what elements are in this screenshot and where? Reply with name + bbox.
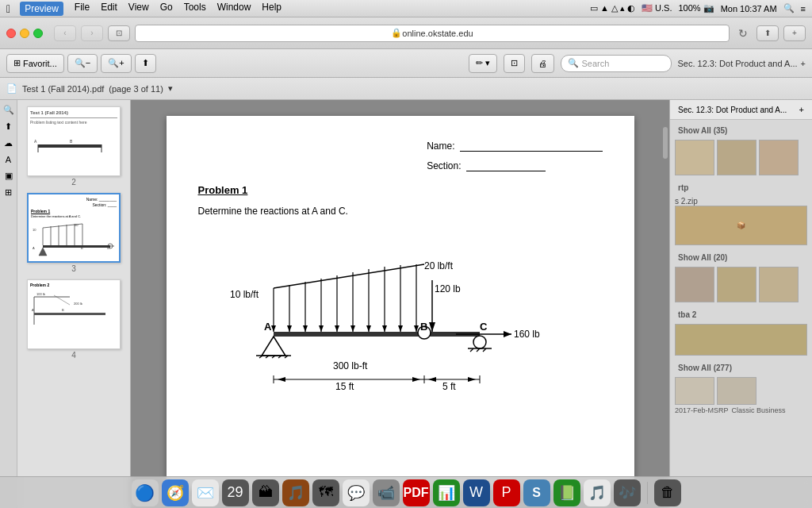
dock-excel[interactable]: 📊 [433,479,460,506]
dock-powerpoint[interactable]: P [493,479,520,506]
pdf-chevron-icon[interactable]: ▾ [168,83,173,94]
beam [274,332,480,337]
menu-extra[interactable]: ≡ [801,4,806,13]
right-panel-tab[interactable]: Sec. 12.3: Dot Product and A... + [670,100,812,120]
dock-finder[interactable]: 🔵 [132,479,159,506]
svg-marker-48 [398,325,403,332]
minimize-button[interactable] [20,29,29,38]
right-thumb-tba[interactable] [675,324,807,356]
right-section-title-2[interactable]: rtp [675,182,807,194]
favorites-button[interactable]: ⊞ Favorit... [6,54,64,73]
right-thumb-1c[interactable] [759,140,799,175]
dock-pdf[interactable]: PDF [403,479,430,506]
svg-text:10: 10 [33,228,36,232]
menu-right: ▭ ▲ △ ▴ ◐ 🇺🇸 U.S. 100% 📷 Mon 10:37 AM 🔍 … [590,3,806,13]
dock-music[interactable]: 🎵 [282,479,309,506]
add-tab-icon[interactable]: + [801,59,806,68]
search-box[interactable]: 🔍 Search [561,55,672,72]
name-label: Name: [427,140,454,152]
search-menu-icon[interactable]: 🔍 [783,3,795,13]
thumbnail-page-2[interactable]: Test 1 (Fall 2014) Problem listing text … [27,106,121,187]
sidebar-text-icon[interactable]: A [6,155,11,164]
address-bar[interactable]: 🔒 online.okstate.edu [135,25,730,42]
right-thumb-3c[interactable] [759,267,799,302]
dock-safari[interactable]: 🧭 [162,479,189,506]
thumbnail-page-4[interactable]: Problem 2 100 lb 200 lb A B [27,279,121,360]
sidebar-tab[interactable]: Sec. 12.3: Dot Product and A... + [678,59,806,68]
close-button[interactable] [6,29,16,38]
sidebar-cloud-icon[interactable]: ☁ [4,138,13,148]
right-thumb-3b[interactable] [717,267,756,302]
right-thumb-5a[interactable] [675,377,714,405]
dock-spotify[interactable]: 🎶 [614,479,641,506]
right-tab-label: Sec. 12.3: Dot Product and A... [678,106,787,114]
menu-file[interactable]: File [75,2,90,16]
share-toolbar-button[interactable]: ⬆ [135,54,156,73]
pen-icon: ✏ [476,58,483,68]
menu-edit[interactable]: Edit [101,2,117,16]
pdf-page-info: (page 3 of 11) [109,84,163,94]
copy-button[interactable]: ⊡ [504,54,525,73]
right-label-classic: Classic Business [732,406,786,414]
thumbnail-page-number-2: 2 [71,178,76,187]
right-thumb-3a[interactable] [675,267,714,302]
back-button[interactable]: ‹ [54,25,76,41]
sidebar-upload-icon[interactable]: ⬆ [5,121,12,132]
sidebar-search-icon[interactable]: 🔍 [3,105,14,115]
dock-calendar[interactable]: 29 [222,479,249,506]
dock-mail[interactable]: ✉️ [192,479,219,506]
right-thumb-1b[interactable] [717,140,756,175]
right-thumb-zip[interactable]: 📦 [675,206,807,245]
add-tab-button[interactable]: + [783,25,806,41]
refresh-button[interactable]: ↻ [734,25,752,42]
dock-evernote[interactable]: 📗 [553,479,580,506]
annotate-button[interactable]: ✏ ▾ [469,54,497,73]
right-section-title-5[interactable]: Show All (277) [675,362,807,374]
menu-bar:  Preview File Edit View Go Tools Window… [0,0,812,17]
share-button[interactable]: ⬆ [756,25,779,41]
dock-facetime[interactable]: 📹 [373,479,400,506]
sidebar-pages-icon[interactable]: ⊞ [5,187,12,198]
right-thumb-1a[interactable] [675,140,714,175]
sidebar-toggle-button[interactable]: ⊡ [108,25,130,41]
menu-tools[interactable]: Tools [184,2,206,16]
thumbnail-page-3[interactable]: Name: ________ Section: ____ Problem 1 D… [27,193,121,273]
right-panel: Sec. 12.3: Dot Product and A... + Show A… [669,100,812,508]
add-right-panel-icon[interactable]: + [799,105,804,114]
menu-window[interactable]: Window [217,2,251,16]
menu-preview[interactable]: Preview [20,2,63,16]
right-section-title-3[interactable]: Show All (20) [675,252,807,264]
menu-view[interactable]: View [128,2,149,16]
menu-go[interactable]: Go [160,2,173,16]
dock-trash[interactable]: 🗑 [654,479,681,506]
dock-itunes[interactable]: 🎵 [584,479,611,506]
forward-button[interactable]: › [81,25,103,41]
sidebar-icon-strip: 🔍 ⬆ ☁ A ▣ ⊞ [0,100,17,508]
dock-messages[interactable]: 💬 [343,479,370,506]
right-section-title-1[interactable]: Show All (35) [675,125,807,137]
svg-marker-46 [382,325,387,332]
menu-help[interactable]: Help [262,2,282,16]
svg-marker-40 [335,325,339,332]
right-section-title-4[interactable]: tba 2 [675,309,807,321]
svg-marker-32 [271,325,276,332]
print-button[interactable]: 🖨 [531,54,554,73]
zoom-out-button[interactable]: 🔍− [67,54,98,73]
maximize-button[interactable] [33,29,43,38]
right-thumb-5b[interactable] [717,377,756,405]
pdf-filename: Test 1 (Fall 2014).pdf [22,84,104,94]
dock-word[interactable]: W [463,479,490,506]
pdf-header: Name: Section: [198,140,603,171]
pdf-scrollbar[interactable] [663,127,668,159]
dock-photos[interactable]: 🏔 [252,479,279,506]
pdf-viewer[interactable]: Name: Section: Problem 1 Determine the r… [131,100,669,508]
svg-text:100 lb: 100 lb [36,292,46,296]
sidebar-grid-icon[interactable]: ▣ [5,171,13,181]
apple-menu[interactable]:  [6,2,10,15]
svg-rect-21 [34,313,105,315]
battery-status: 100% 📷 [678,3,714,13]
svg-marker-34 [287,325,292,332]
dock-skype[interactable]: S [523,479,550,506]
dock-maps[interactable]: 🗺 [312,479,339,506]
zoom-in-button[interactable]: 🔍+ [101,54,131,73]
